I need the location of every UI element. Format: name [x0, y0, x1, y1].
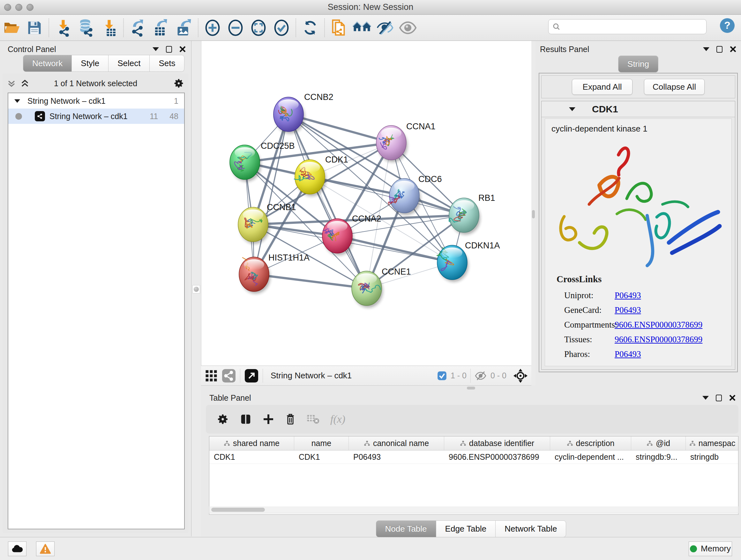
- network-badge-icon[interactable]: [222, 369, 235, 382]
- add-column-icon[interactable]: [263, 414, 274, 425]
- network-node-cdc25b[interactable]: [230, 145, 261, 182]
- panel-float-icon[interactable]: [716, 395, 722, 401]
- save-session-button[interactable]: [23, 17, 46, 38]
- network-edge[interactable]: [337, 236, 452, 262]
- table-cell[interactable]: CDK1: [294, 450, 349, 463]
- export-table-button[interactable]: [149, 17, 172, 38]
- tab-network-table[interactable]: Network Table: [495, 520, 566, 537]
- crosslink-value[interactable]: P06493: [615, 349, 641, 359]
- show-columns-icon[interactable]: [240, 413, 252, 425]
- crosslink-value[interactable]: P06493: [615, 291, 641, 300]
- network-tree-child-row[interactable]: String Network – cdk1 11 48: [8, 109, 184, 124]
- network-node-ccnb1[interactable]: [238, 207, 269, 244]
- network-options-gear-icon[interactable]: [173, 78, 184, 89]
- panel-menu-icon[interactable]: [703, 47, 710, 51]
- search-box[interactable]: [548, 19, 706, 34]
- hidden-eye-slash-icon[interactable]: [475, 371, 487, 381]
- tab-network[interactable]: Network: [23, 55, 72, 72]
- table-cell[interactable]: stringdb:9...: [631, 450, 686, 463]
- tree-expander-icon[interactable]: [14, 98, 20, 104]
- left-splitter[interactable]: [192, 41, 201, 537]
- table-cell[interactable]: P06493: [349, 450, 444, 463]
- import-table-button[interactable]: [98, 17, 121, 38]
- network-tree-root-row[interactable]: String Network – cdk1 1: [8, 93, 184, 109]
- network-node-hist1h1a[interactable]: [239, 257, 270, 294]
- network-edge[interactable]: [254, 114, 288, 274]
- column-header-canonical-name[interactable]: canonical name: [349, 436, 444, 450]
- birds-eye-view-icon[interactable]: [205, 369, 218, 382]
- collapse-all-button[interactable]: Collapse All: [644, 79, 704, 95]
- help-button[interactable]: ?: [719, 17, 735, 34]
- zoom-out-button[interactable]: [224, 17, 247, 38]
- crosslink-value[interactable]: 9606.ENSP00000378699: [615, 334, 702, 345]
- function-builder-icon[interactable]: f(x): [330, 413, 345, 425]
- splitter-handle[interactable]: [532, 210, 535, 219]
- refresh-view-button[interactable]: [299, 17, 322, 38]
- delete-table-icon[interactable]: [307, 414, 320, 424]
- column-header-namespac[interactable]: namespac: [686, 436, 738, 450]
- search-input[interactable]: [563, 22, 706, 31]
- network-node-rb1[interactable]: [449, 198, 480, 235]
- network-node-cdk1[interactable]: [294, 160, 326, 196]
- selected-checkbox-icon[interactable]: [437, 371, 447, 381]
- column-header-@id[interactable]: @id: [631, 436, 686, 450]
- move-crosshair-icon[interactable]: [514, 369, 528, 383]
- panel-close-icon[interactable]: [179, 46, 186, 53]
- warnings-button[interactable]: [36, 542, 55, 556]
- column-header-name[interactable]: name: [294, 436, 349, 450]
- horizontal-splitter[interactable]: [201, 386, 741, 390]
- panel-menu-icon[interactable]: [702, 396, 709, 400]
- fit-content-button[interactable]: [247, 17, 270, 38]
- crosslink-value[interactable]: 9606.ENSP00000378699: [615, 320, 702, 330]
- tab-edge-table[interactable]: Edge Table: [436, 520, 496, 537]
- show-all-button[interactable]: [396, 17, 419, 38]
- open-session-button[interactable]: [0, 17, 23, 38]
- network-canvas[interactable]: CCNB2CCNA1CDC25BCDK1CDC6RB1CCNB1CCNA2CDK…: [201, 41, 531, 366]
- zoom-in-button[interactable]: [201, 17, 224, 38]
- network-node-cdc6[interactable]: [388, 179, 421, 215]
- network-node-cdkn1a[interactable]: [437, 245, 468, 282]
- hide-selected-button[interactable]: [374, 17, 396, 38]
- tab-string[interactable]: String: [618, 56, 658, 72]
- panel-menu-icon[interactable]: [152, 47, 159, 51]
- network-node-ccna1[interactable]: [376, 125, 408, 162]
- import-network-file-button[interactable]: [52, 17, 75, 38]
- network-node-ccne1[interactable]: [352, 271, 383, 308]
- table-cell[interactable]: CDK1: [209, 450, 294, 463]
- panel-float-icon[interactable]: [166, 46, 172, 53]
- panel-float-icon[interactable]: [717, 46, 723, 53]
- network-node-ccna2[interactable]: [322, 219, 354, 255]
- cloud-status-button[interactable]: [8, 542, 26, 556]
- crosslink-value[interactable]: P06493: [615, 305, 641, 315]
- export-image-button[interactable]: [172, 17, 195, 38]
- tab-select[interactable]: Select: [109, 55, 150, 72]
- gene-entry-header[interactable]: CDK1: [542, 101, 735, 117]
- memory-button[interactable]: Memory: [689, 542, 732, 556]
- export-network-button[interactable]: [126, 17, 149, 38]
- scrollbar-thumb[interactable]: [211, 508, 265, 512]
- splitter-handle[interactable]: [192, 285, 200, 294]
- import-network-database-button[interactable]: [75, 17, 98, 38]
- table-options-gear-icon[interactable]: [217, 413, 229, 425]
- table-cell[interactable]: stringdb: [686, 450, 738, 463]
- network-edge[interactable]: [254, 274, 367, 288]
- table-cell[interactable]: cyclin-dependent ...: [550, 450, 631, 463]
- tab-style[interactable]: Style: [72, 55, 109, 72]
- apps-home-button[interactable]: [350, 17, 374, 38]
- table-cell[interactable]: 9606.ENSP00000378699: [444, 450, 550, 463]
- zoom-selected-button[interactable]: [270, 17, 293, 38]
- column-header-database-identifier[interactable]: database identifier: [444, 436, 550, 450]
- table-row[interactable]: CDK1CDK1P064939606.ENSP00000378699cyclin…: [209, 450, 738, 464]
- right-splitter[interactable]: [531, 41, 536, 386]
- delete-column-icon[interactable]: [285, 413, 296, 425]
- panel-close-icon[interactable]: [729, 394, 736, 401]
- tab-sets[interactable]: Sets: [150, 55, 185, 72]
- tab-node-table[interactable]: Node Table: [376, 520, 436, 537]
- panel-close-icon[interactable]: [730, 46, 737, 53]
- column-header-shared-name[interactable]: shared name: [209, 436, 294, 450]
- entry-expander-icon[interactable]: [569, 107, 576, 111]
- show-hide-panels-button[interactable]: [327, 17, 350, 38]
- open-in-window-icon[interactable]: [245, 369, 258, 382]
- network-node-ccnb2[interactable]: [273, 97, 305, 134]
- node-table[interactable]: shared namenamecanonical namedatabase id…: [209, 436, 738, 515]
